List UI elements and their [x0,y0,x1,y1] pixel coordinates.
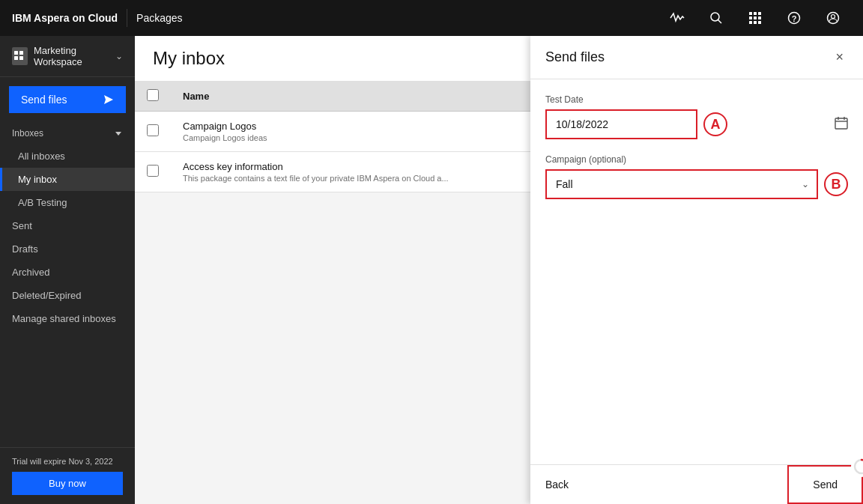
apps-icon-btn[interactable] [737,0,773,36]
close-panel-button[interactable]: × [831,48,848,67]
spinner-icon [853,458,863,475]
svg-rect-5 [749,16,752,19]
svg-rect-18 [19,56,23,60]
test-date-label: Test Date [545,94,848,105]
sidebar-item-ab-testing[interactable]: A/B Testing [0,191,135,214]
svg-marker-20 [115,132,121,136]
workspace-header[interactable]: Marketing Workspace ⌄ [0,36,135,77]
svg-rect-2 [749,12,752,15]
nav-section: Packages [136,12,182,24]
row-checkbox-cell [135,152,171,192]
campaign-select[interactable]: Fall Spring Summer Winter [547,171,817,198]
send-icon [103,94,114,105]
send-panel-footer: Back Send [530,464,863,504]
svg-rect-16 [19,51,23,55]
send-panel-body: Test Date A [530,79,863,464]
send-panel-header: Send files × [530,36,863,79]
svg-text:?: ? [792,14,797,23]
ibm-logo: IBM Aspera on Cloud [12,12,118,24]
campaign-label: Campaign (optional) [545,154,848,165]
test-date-group: Test Date A [545,94,848,139]
top-nav: IBM Aspera on Cloud Packages [0,0,863,36]
trial-text: Trial will expire Nov 3, 2022 [12,457,123,466]
svg-rect-21 [835,118,847,129]
annotation-badge-a: A [703,112,727,136]
test-date-input-row: A [545,109,848,139]
user-icon-btn[interactable] [815,0,851,36]
svg-point-25 [855,460,863,473]
help-icon-btn[interactable]: ? [776,0,812,36]
svg-marker-19 [104,95,113,104]
apps-icon [748,11,762,25]
test-date-input[interactable] [545,109,697,139]
svg-rect-3 [754,12,757,15]
buy-now-button[interactable]: Buy now [12,472,123,495]
svg-rect-6 [754,16,757,19]
campaign-select-wrapper: Fall Spring Summer Winter ⌄ [545,169,818,199]
row-checkbox-cell [135,112,171,152]
select-all-header [135,82,171,112]
send-btn-wrapper: Send [787,465,863,504]
svg-rect-4 [758,12,761,15]
workspace-icon [12,47,28,65]
brand: IBM Aspera on Cloud [12,12,118,24]
campaign-select-row: Fall Spring Summer Winter ⌄ B [545,169,848,199]
sidebar-item-my-inbox[interactable]: My inbox [0,168,135,191]
sidebar-item-deleted-expired[interactable]: Deleted/Expired [0,284,135,307]
workspace-info: Marketing Workspace [12,45,115,67]
svg-line-1 [718,20,722,24]
svg-rect-9 [754,21,757,24]
svg-point-0 [711,13,719,21]
activity-icon [670,10,685,25]
send-files-label: Send files [21,94,67,106]
svg-rect-7 [758,16,761,19]
inboxes-chevron-icon [114,129,123,138]
content-area: My inbox Name From [135,36,863,504]
send-files-button[interactable]: Send files [9,86,126,113]
sidebar-item-manage-shared[interactable]: Manage shared inboxes [0,307,135,330]
annotation-badge-b: B [824,172,848,196]
svg-point-14 [832,15,835,19]
sidebar-item-drafts[interactable]: Drafts [0,237,135,261]
search-icon [709,11,723,25]
send-panel-title: Send files [545,49,605,65]
user-icon [826,11,840,25]
campaign-group: Campaign (optional) Fall Spring Summer W… [545,154,848,199]
nav-right: ? [659,0,851,36]
row-checkbox-2[interactable] [147,165,159,177]
calendar-icon[interactable] [835,116,848,133]
nav-divider [127,9,127,27]
send-files-panel: Send files × Test Date A [530,36,863,504]
svg-rect-17 [14,56,18,60]
workspace-chevron-icon: ⌄ [115,51,123,61]
grid-icon [14,51,25,61]
sidebar-item-all-inboxes[interactable]: All inboxes [0,145,135,168]
loading-icon [851,456,863,477]
svg-rect-8 [749,21,752,24]
select-all-checkbox[interactable] [147,89,159,101]
sidebar: Marketing Workspace ⌄ Send files Inboxes… [0,36,135,504]
row-checkbox-1[interactable] [147,124,159,136]
workspace-name: Marketing Workspace [34,45,115,67]
activity-icon-btn[interactable] [659,0,695,36]
search-icon-btn[interactable] [698,0,734,36]
svg-rect-15 [14,51,18,55]
help-icon: ? [787,11,801,25]
back-button[interactable]: Back [530,467,787,503]
inboxes-section-header[interactable]: Inboxes [0,122,135,145]
sidebar-bottom: Trial will expire Nov 3, 2022 Buy now [0,447,135,504]
sidebar-item-archived[interactable]: Archived [0,261,135,284]
inboxes-label: Inboxes [12,128,43,139]
svg-rect-10 [758,21,761,24]
sidebar-item-sent[interactable]: Sent [0,214,135,237]
